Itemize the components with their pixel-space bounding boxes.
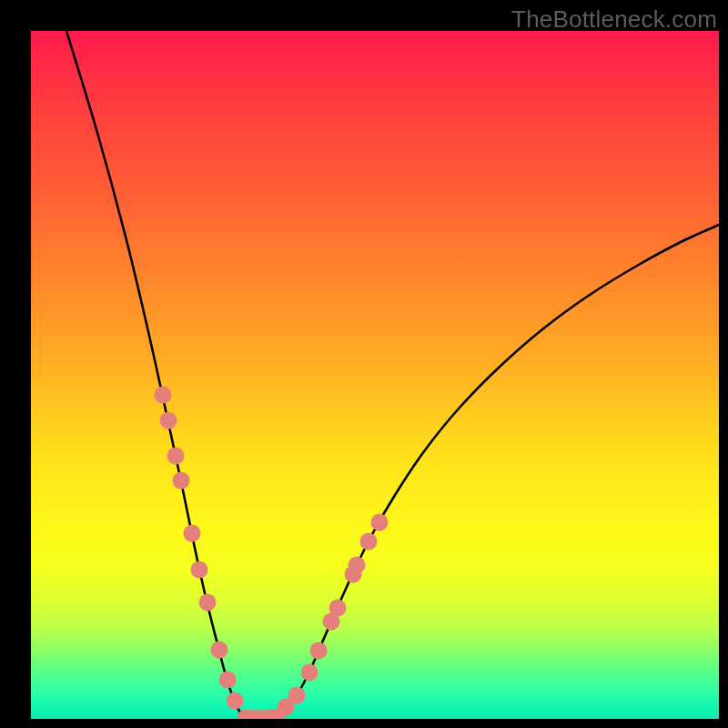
data-markers: [155, 387, 389, 720]
data-marker: [288, 687, 306, 704]
data-marker: [301, 664, 318, 682]
data-marker: [199, 594, 217, 612]
data-marker: [227, 693, 244, 710]
data-marker: [211, 642, 228, 659]
outer-frame: TheBottleneck.com: [0, 0, 728, 728]
data-marker: [349, 557, 366, 574]
curve-line: [66, 31, 719, 719]
data-marker: [371, 514, 389, 531]
plot-area: [31, 31, 719, 719]
data-marker: [360, 533, 378, 551]
data-marker: [219, 672, 237, 689]
data-marker: [310, 642, 328, 660]
data-marker: [191, 561, 208, 579]
data-marker: [167, 448, 185, 465]
data-marker: [329, 600, 347, 617]
bottleneck-curve: [66, 31, 719, 719]
data-marker: [155, 387, 172, 404]
data-marker: [184, 525, 201, 542]
data-marker: [160, 412, 177, 430]
chart-svg: [31, 31, 719, 719]
watermark-text: TheBottleneck.com: [511, 5, 717, 34]
data-marker: [173, 472, 190, 490]
